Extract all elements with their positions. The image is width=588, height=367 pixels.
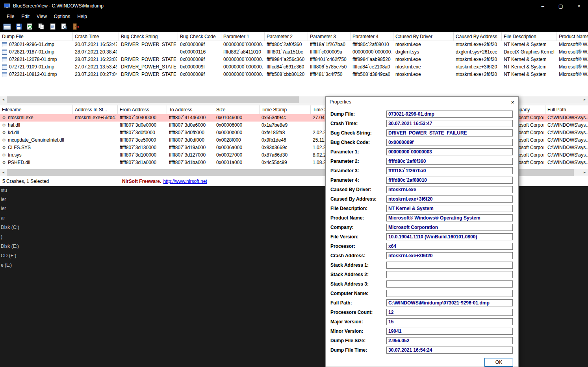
scroll-right-arrow[interactable]: ►	[581, 169, 588, 176]
cell-dump-file: 072321-10812-01.dmp	[0, 71, 73, 78]
column-header-parameter-3[interactable]: Parameter 3	[308, 32, 351, 41]
table-row[interactable]: 072821-9187-01.dmp28.07.2021 20:38:400x0…	[0, 48, 588, 56]
column-header-bug-check-string[interactable]: Bug Check String	[119, 32, 178, 41]
cell-parameter-2: ffff8984`a256c360	[265, 56, 308, 63]
app-icon	[4, 4, 10, 9]
field-value-stack-address-2[interactable]	[386, 271, 513, 278]
scroll-thumb[interactable]	[7, 96, 299, 103]
field-value-parameter-1[interactable]: 00000000`00000003	[386, 148, 513, 155]
column-header-filename[interactable]: Filename	[0, 105, 73, 114]
cell-crash-time: 28.07.2021 20:38:40	[73, 48, 119, 56]
field-label: Company:	[330, 225, 386, 230]
column-header-parameter-4[interactable]: Parameter 4	[351, 32, 393, 41]
column-header-dump-file[interactable]: Dump File	[0, 32, 73, 41]
table-icon[interactable]	[2, 22, 12, 31]
field-value-full-path[interactable]: C:\WINDOWS\Minidump\073021-9296-01.dmp	[386, 299, 513, 306]
scroll-right-arrow[interactable]: ►	[581, 96, 588, 103]
close-button[interactable]: ×	[570, 0, 588, 12]
field-computer-name: Computer Name:	[330, 289, 513, 298]
field-value-minor-version[interactable]: 19041	[386, 328, 513, 335]
field-value-bug-check-string[interactable]: DRIVER_POWER_STATE_FAILURE	[386, 129, 513, 136]
menu-edit[interactable]: Edit	[18, 14, 33, 19]
cell-parameter-2: ffffd80c`2af0f360	[265, 41, 308, 48]
properties-icon[interactable]	[48, 22, 58, 31]
field-value-dump-file[interactable]: 073021-9296-01.dmp	[386, 111, 513, 118]
table-row[interactable]: 072721-9109-01.dmp27.07.2021 13:53:49DRI…	[0, 63, 588, 71]
scroll-left-arrow[interactable]: ◄	[0, 96, 7, 103]
save-icon[interactable]	[14, 22, 23, 31]
cell-crash-time: 27.07.2021 13:53:49	[73, 63, 119, 71]
column-header-time-stamp[interactable]: Time Stamp	[260, 105, 311, 114]
column-header-caused-by-driver[interactable]: Caused By Driver	[393, 32, 454, 41]
column-header-to-address[interactable]: To Address	[167, 105, 214, 114]
field-value-file-description[interactable]: NT Kernel & System	[386, 205, 513, 212]
field-value-caused-by-driver[interactable]: ntoskrnl.exe	[386, 186, 513, 193]
cell-caused-by-address: ntoskrnl.exe+3f6f20	[454, 63, 502, 71]
maximize-button[interactable]: ▢	[552, 0, 570, 12]
menu-file[interactable]: File	[3, 14, 18, 19]
column-header-caused-by-address[interactable]: Caused By Address	[454, 32, 502, 41]
dialog-close-icon[interactable]: ×	[507, 99, 514, 105]
field-value-crash-time[interactable]: 30.07.2021 16:53:47	[386, 120, 513, 127]
field-value-major-version[interactable]: 15	[386, 318, 513, 325]
column-header-from-address[interactable]: From Address	[118, 105, 167, 114]
field-label: Processors Count:	[330, 310, 386, 315]
refresh-icon[interactable]	[25, 22, 35, 31]
field-value-stack-address-1[interactable]	[386, 262, 513, 269]
dialog-title-bar: Properties ×	[326, 97, 518, 107]
menu-help[interactable]: Help	[74, 14, 91, 19]
window-title: BlueScreenView - C:\WINDOWS\Minidump	[13, 3, 104, 9]
ok-button[interactable]: OK	[484, 358, 513, 367]
column-header-full-path[interactable]: Full Path	[545, 105, 588, 114]
minimize-button[interactable]: –	[534, 0, 552, 12]
field-parameter-3: Parameter 3:fffff18a`1f267ba0	[330, 166, 513, 175]
cell-filename: ⚙PSHED.dll	[0, 159, 73, 166]
cell-to-address: fffff807`3d0e6000	[167, 122, 214, 129]
cell-filename: ⚙kd.dll	[0, 129, 73, 136]
table-row[interactable]: 072321-10812-01.dmp23.07.2021 00:27:04DR…	[0, 71, 588, 78]
field-value-parameter-4[interactable]: ffffd80c`2af08010	[386, 177, 513, 184]
menu-view[interactable]: View	[33, 14, 50, 19]
field-value-dump-file-size[interactable]: 2.956.052	[386, 337, 513, 344]
column-header-parameter-2[interactable]: Parameter 2	[265, 32, 308, 41]
column-header-address-in-st[interactable]: Address In St...	[73, 105, 118, 114]
column-header-parameter-1[interactable]: Parameter 1	[221, 32, 265, 41]
field-minor-version: Minor Version:19041	[330, 326, 513, 336]
nirsoft-link[interactable]: http://www.nirsoft.net	[163, 179, 207, 184]
find-icon[interactable]	[59, 22, 69, 31]
field-label: Dump File:	[330, 111, 386, 117]
field-value-processors-count[interactable]: 12	[386, 309, 513, 316]
copy-icon[interactable]	[37, 22, 46, 31]
field-value-product-name[interactable]: Microsoft® Windows® Operating System	[386, 214, 513, 221]
field-value-file-version[interactable]: 10.0.19041.1110 (WinBuild.160101.0800)	[386, 233, 513, 240]
field-label: File Version:	[330, 234, 386, 240]
field-value-stack-address-3[interactable]	[386, 280, 513, 288]
menu-options[interactable]: Options	[50, 14, 74, 19]
column-header-crash-time[interactable]: Crash Time	[73, 32, 119, 41]
field-value-bug-check-code[interactable]: 0x0000009f	[386, 139, 513, 146]
scroll-track[interactable]	[574, 169, 581, 176]
field-value-crash-address[interactable]: ntoskrnl.exe+3f6f20	[386, 252, 513, 259]
column-header-size[interactable]: Size	[214, 105, 260, 114]
field-value-processor[interactable]: x64	[386, 243, 513, 250]
table-row[interactable]: 072821-12078-01.dmp28.07.2021 16:23:07DR…	[0, 56, 588, 63]
exit-icon[interactable]	[71, 22, 80, 31]
column-header-bug-check-code[interactable]: Bug Check Code	[178, 32, 221, 41]
column-header-product-name[interactable]: Product Name	[557, 32, 588, 41]
cell-size: 0x0006a000	[214, 144, 260, 151]
cell-address-in-st	[73, 129, 118, 136]
cell-full-path: C:\WINDOWS\sys...	[545, 136, 588, 144]
field-value-caused-by-address[interactable]: ntoskrnl.exe+3f6f20	[386, 195, 513, 203]
cell-crash-time: 30.07.2021 16:53:47	[73, 41, 119, 48]
field-value-company[interactable]: Microsoft Corporation	[386, 224, 513, 231]
field-value-parameter-2[interactable]: ffffd80c`2af0f360	[386, 158, 513, 165]
field-value-parameter-3[interactable]: fffff18a`1f267ba0	[386, 167, 513, 174]
field-value-dump-file-time[interactable]: 30.07.2021 16:54:24	[386, 347, 513, 354]
table-row[interactable]: 073021-9296-01.dmp30.07.2021 16:53:47DRI…	[0, 41, 588, 48]
column-header-file-description[interactable]: File Description	[502, 32, 557, 41]
field-value-computer-name[interactable]	[386, 290, 513, 297]
field-label: Full Path:	[330, 300, 386, 306]
properties-dialog: Properties × Dump File:073021-9296-01.dm…	[325, 96, 519, 367]
scroll-left-arrow[interactable]: ◄	[0, 169, 7, 176]
cell-address-in-st	[73, 144, 118, 151]
